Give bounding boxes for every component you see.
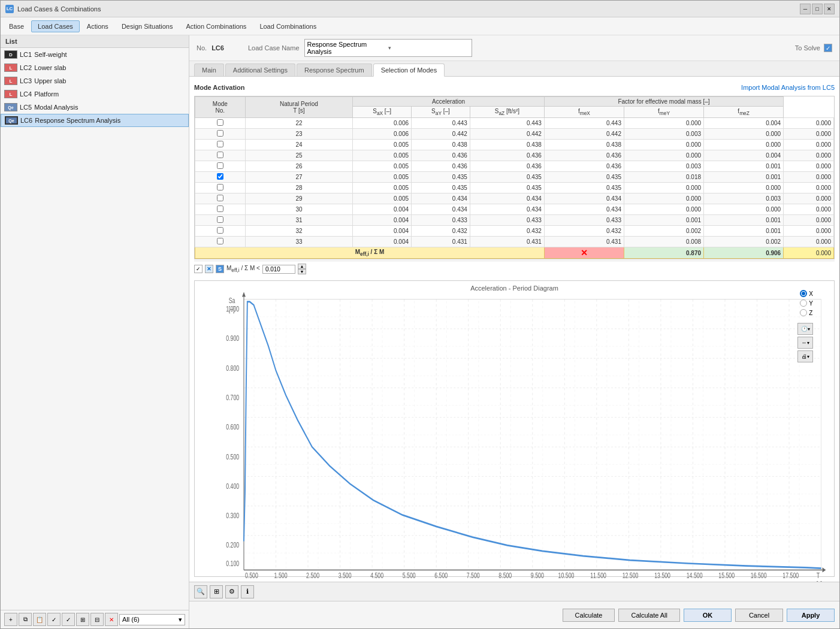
to-solve-checkbox[interactable]: ✓ <box>824 44 832 52</box>
svg-text:17.500: 17.500 <box>782 571 799 580</box>
calculate-all-button[interactable]: Calculate All <box>618 609 680 622</box>
bottom-search-btn[interactable]: 🔍 <box>194 585 207 598</box>
close-button[interactable]: ✕ <box>824 4 835 14</box>
tool-action1[interactable]: ⊞ <box>76 613 89 626</box>
no-value: LC6 <box>211 44 224 52</box>
tab-bar: Main Additional Settings Response Spectr… <box>189 61 839 77</box>
svg-text:0.100: 0.100 <box>226 559 239 567</box>
menu-actions[interactable]: Actions <box>81 21 114 32</box>
table-row: 25 0.005 0.436 0.436 0.436 0.000 0.004 0… <box>195 150 834 161</box>
sidebar-item-lc5[interactable]: Qe LC5 Modal Analysis <box>1 101 189 114</box>
table-row: 33 0.004 0.431 0.431 0.431 0.008 0.002 0… <box>195 237 834 247</box>
tool-check2[interactable]: ✓ <box>62 613 75 626</box>
combo-arrow: ▾ <box>388 45 469 51</box>
tool-add[interactable]: + <box>4 613 17 626</box>
table-row: 32 0.004 0.432 0.432 0.432 0.002 0.001 0… <box>195 226 834 237</box>
th-fmey: fmeY <box>624 107 703 118</box>
spin-down[interactable]: ▼ <box>298 269 306 274</box>
tool-delete[interactable]: ✕ <box>105 613 118 626</box>
svg-text:2.500: 2.500 <box>306 571 319 580</box>
bottom-table-btn[interactable]: ⊞ <box>210 585 223 598</box>
svg-text:16.500: 16.500 <box>751 571 767 580</box>
no-field-group: No. LC6 <box>197 44 224 52</box>
tool-copy[interactable]: ⧉ <box>19 613 32 626</box>
filter-value-input[interactable] <box>262 265 295 274</box>
menu-bar: Base Load Cases Actions Design Situation… <box>1 17 839 35</box>
filter-check2[interactable]: ✕ <box>205 265 213 273</box>
svg-text:0.600: 0.600 <box>226 423 239 431</box>
summary-fmey: 0.870 <box>624 247 703 259</box>
sidebar-item-lc4[interactable]: L LC4 Platform <box>1 87 189 101</box>
tool-paste[interactable]: 📋 <box>33 613 46 626</box>
th-factor: Factor for effective modal mass [–] <box>544 97 783 107</box>
tab-additional-settings[interactable]: Additional Settings <box>225 63 295 76</box>
table-row: 26 0.005 0.436 0.436 0.436 0.003 0.001 0… <box>195 161 834 172</box>
tab-response-spectrum[interactable]: Response Spectrum <box>297 63 372 76</box>
sidebar-item-lc1[interactable]: D LC1 Self-weight <box>1 48 189 61</box>
sidebar-toolbar: + ⧉ 📋 ✓ ✓ ⊞ ⊟ ✕ All (6) ▾ <box>1 610 189 628</box>
menu-design-situations[interactable]: Design Situations <box>116 21 179 32</box>
summary-fmez: 0.906 <box>704 247 784 259</box>
svg-text:T: T <box>817 571 820 580</box>
svg-marker-62 <box>823 567 826 572</box>
summary-row: Meff,i / Σ M ✕ 0.870 0.906 0.000 <box>195 247 834 259</box>
name-combo[interactable]: Response Spectrum Analysis ▾ <box>304 39 472 57</box>
restore-button[interactable]: □ <box>812 4 823 14</box>
svg-text:0.800: 0.800 <box>226 364 239 372</box>
sidebar-filter[interactable]: All (6) ▾ <box>119 614 185 625</box>
sidebar-item-lc2[interactable]: L LC2 Lower slab <box>1 61 189 74</box>
item-color-lc2: L <box>4 63 17 72</box>
item-name-lc3: Upper slab <box>34 77 66 84</box>
cancel-button[interactable]: Cancel <box>735 609 783 622</box>
th-say: SaY [–] <box>412 107 470 118</box>
main-window: LC Load Cases & Combinations ─ □ ✕ Base … <box>0 0 840 629</box>
summary-fmex: ✕ <box>544 247 624 259</box>
import-link[interactable]: Import Modal Analysis from LC5 <box>741 84 835 91</box>
spin-up[interactable]: ▲ <box>298 264 306 269</box>
chart-scale-btn[interactable]: ↔ ▾ <box>797 337 813 349</box>
th-sax: SaX [–] <box>353 107 412 118</box>
cell-check[interactable] <box>195 118 246 129</box>
sidebar-item-lc6[interactable]: Qe LC6 Response Spectrum Analysis <box>1 114 189 127</box>
chart-area: Acceleration - Period Diagram 1.000 0.90… <box>194 280 835 577</box>
apply-button[interactable]: Apply <box>787 609 835 622</box>
item-id-lc3: LC3 <box>20 77 32 84</box>
bottom-info-btn[interactable]: ℹ <box>241 585 254 598</box>
summary-label: Meff,i / Σ M <box>195 247 545 259</box>
svg-text:14.500: 14.500 <box>687 571 703 580</box>
menu-action-combinations[interactable]: Action Combinations <box>180 21 252 32</box>
svg-text:11.500: 11.500 <box>590 571 606 580</box>
menu-base[interactable]: Base <box>3 21 30 32</box>
tab-main[interactable]: Main <box>194 63 224 76</box>
ok-button[interactable]: OK <box>684 609 732 622</box>
tool-check[interactable]: ✓ <box>47 613 61 626</box>
chart-title: Acceleration - Period Diagram <box>470 285 558 292</box>
sidebar-item-lc3[interactable]: L LC3 Upper slab <box>1 74 189 87</box>
item-id-lc5: LC5 <box>20 104 32 111</box>
radio-z[interactable]: Z <box>800 309 813 316</box>
radio-x[interactable]: X <box>800 290 813 297</box>
table-row: 28 0.005 0.435 0.435 0.435 0.000 0.000 0… <box>195 183 834 193</box>
table-row: 30 0.004 0.434 0.434 0.434 0.000 0.000 0… <box>195 204 834 215</box>
chart-tool-buttons: 🕐 ▾ ↔ ▾ 🖨 ▾ <box>797 323 813 362</box>
item-id-lc2: LC2 <box>20 64 32 71</box>
menu-load-cases[interactable]: Load Cases <box>31 20 80 32</box>
calculate-button[interactable]: Calculate <box>563 609 615 622</box>
tab-selection-of-modes[interactable]: Selection of Modes <box>373 63 445 77</box>
tool-action2[interactable]: ⊟ <box>90 613 104 626</box>
chart-zoom-btn[interactable]: 🕐 ▾ <box>797 323 813 335</box>
minimize-button[interactable]: ─ <box>800 4 811 14</box>
filter-label: Meff,i / Σ M < <box>226 265 260 273</box>
radio-y[interactable]: Y <box>800 300 813 307</box>
panel-body: Mode Activation Import Modal Analysis fr… <box>189 77 839 582</box>
bottom-settings-btn[interactable]: ⚙ <box>225 585 238 598</box>
filter-check3[interactable]: S <box>216 265 224 273</box>
checkbox-check: ✓ <box>826 45 830 52</box>
item-name-lc4: Platform <box>34 90 59 98</box>
section-header: Mode Activation Import Modal Analysis fr… <box>194 81 835 93</box>
menu-load-combinations[interactable]: Load Combinations <box>253 21 322 32</box>
filter-check1[interactable]: ✓ <box>194 265 203 273</box>
chart-print-btn[interactable]: 🖨 ▾ <box>797 350 813 362</box>
filter-arrow: ▾ <box>179 616 182 624</box>
main-content: List D LC1 Self-weight L LC2 Lower slab … <box>1 35 839 628</box>
